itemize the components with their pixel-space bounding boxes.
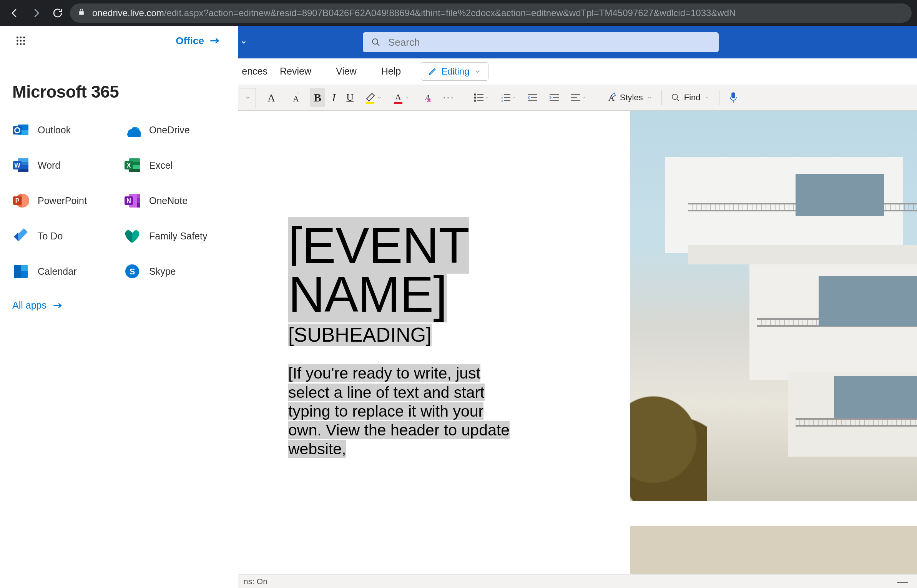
outlook-icon [12,121,29,138]
font-color-button[interactable]: A [389,88,414,107]
app-label: Family Safety [149,231,207,242]
svg-point-48 [474,94,476,95]
back-button[interactable] [5,4,24,22]
svg-rect-46 [394,102,402,104]
tab-help[interactable]: Help [369,58,413,85]
reload-button[interactable] [48,4,67,22]
app-label: To Do [38,231,63,242]
chevron-down-icon[interactable] [236,35,251,50]
all-apps-label: All apps [12,300,47,311]
arrow-right-icon [209,38,220,44]
highlight-button[interactable] [360,88,386,107]
app-label: PowerPoint [38,195,87,206]
app-label: Excel [149,160,173,171]
arrow-right-icon [53,302,63,309]
app-label: Word [38,160,60,171]
svg-text:P: P [15,198,20,204]
app-grid: Outlook OneDrive W Word X Ex [12,121,227,280]
decrease-font-size-button[interactable]: Aˇ [284,88,307,107]
numbering-button[interactable]: 123 [497,88,520,107]
url-text: onedrive.live.com/edit.aspx?action=editn… [92,8,736,18]
italic-button[interactable]: I [328,88,339,107]
svg-text:ˆ: ˆ [273,92,274,98]
document-image[interactable] [630,111,917,501]
forward-button[interactable] [27,4,45,22]
increase-font-size-button[interactable]: Aˆ [259,88,281,107]
app-item-skype[interactable]: S Skype [124,263,231,280]
editing-mode-button[interactable]: Editing [421,62,488,81]
tab-review[interactable]: Review [267,58,324,85]
pen-icon [428,67,437,76]
app-label: Skype [149,266,176,277]
app-item-excel[interactable]: X Excel [124,157,231,174]
app-item-todo[interactable]: To Do [12,228,120,244]
office-link-label: Office [176,35,204,47]
align-button[interactable] [566,88,590,107]
svg-point-5 [23,40,25,42]
clear-formatting-button[interactable]: A [417,88,436,107]
tab-references-partial[interactable]: ences [238,66,267,77]
styles-button[interactable]: A Styles [601,88,656,107]
bullets-button[interactable] [470,88,493,107]
svg-text:A: A [608,93,615,103]
app-item-word[interactable]: W Word [12,157,120,174]
document-body[interactable]: [If you're ready to write, just select a… [288,364,519,458]
address-bar[interactable]: onedrive.live.com/edit.aspx?action=editn… [70,3,912,23]
bold-button[interactable]: B [310,88,325,107]
find-button[interactable]: Find [667,88,714,107]
svg-text:3: 3 [501,99,503,102]
tab-view[interactable]: View [324,58,369,85]
app-item-onedrive[interactable]: OneDrive [124,121,231,138]
svg-rect-36 [14,265,21,278]
app-label: OneDrive [149,125,190,136]
all-apps-link[interactable]: All apps [12,300,227,311]
app-item-familysafety[interactable]: Family Safety [124,228,231,244]
svg-rect-44 [366,102,374,104]
app-item-powerpoint[interactable]: P PowerPoint [12,192,120,209]
decrease-indent-button[interactable] [523,88,542,107]
app-item-outlook[interactable]: Outlook [12,121,120,138]
office-link[interactable]: Office [176,35,223,47]
styles-label: Styles [620,93,643,103]
dictate-button[interactable] [725,88,742,107]
search-input[interactable] [387,36,710,49]
onenote-icon: N [124,192,141,209]
editing-mode-label: Editing [441,66,469,77]
svg-rect-56 [732,93,735,98]
font-dropdown-chevron[interactable] [240,88,256,107]
document-canvas[interactable]: [EVENT NAME] [SUBHEADING] [If you're rea… [238,111,917,588]
search-icon [371,38,380,47]
svg-point-0 [17,37,18,38]
more-options-button[interactable]: ··· [439,88,458,107]
svg-point-55 [672,94,678,100]
svg-text:W: W [14,162,20,169]
status-bar: ns: On — [238,574,917,588]
word-app: ences Review View Help Editing Aˆ Aˇ B I… [238,26,917,588]
document-title[interactable]: [EVENT NAME] [288,221,519,319]
svg-text:N: N [126,198,131,204]
excel-icon: X [124,157,141,174]
underline-button[interactable]: U [342,88,357,107]
svg-rect-31 [137,203,140,208]
app-item-onenote[interactable]: N OneNote [124,192,231,209]
svg-rect-29 [137,194,140,198]
find-label: Find [684,93,701,103]
document-text-column[interactable]: [EVENT NAME] [SUBHEADING] [If you're rea… [288,221,519,458]
app-label: OneNote [149,195,188,206]
minimize-icon[interactable]: — [897,576,908,588]
app-launcher-icon[interactable] [15,35,27,47]
search-box[interactable] [363,32,719,52]
document-subheading[interactable]: [SUBHEADING] [288,323,519,346]
lock-icon [78,7,85,19]
svg-point-50 [474,100,476,101]
app-label: Outlook [38,125,71,136]
app-item-calendar[interactable]: Calendar [12,263,120,280]
svg-text:A: A [395,92,402,102]
svg-point-49 [474,97,476,98]
svg-text:X: X [127,162,131,169]
launcher-title: Microsoft 365 [12,82,227,101]
svg-rect-30 [137,198,140,203]
increase-indent-button[interactable] [545,88,563,107]
word-icon: W [12,157,29,174]
status-text: ns: On [244,577,267,586]
